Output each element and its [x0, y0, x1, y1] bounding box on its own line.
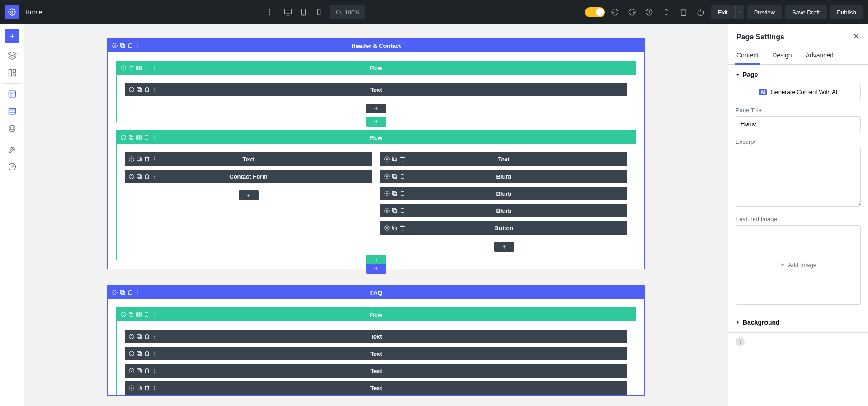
mod-more[interactable]: [407, 225, 413, 231]
arrows-button[interactable]: [659, 5, 674, 19]
accordion-header-background[interactable]: Background: [728, 312, 868, 332]
mod-settings[interactable]: [384, 190, 390, 197]
mod-settings[interactable]: [128, 173, 135, 179]
mod-settings[interactable]: [384, 156, 390, 162]
add-module[interactable]: [366, 104, 386, 113]
mod-delete[interactable]: [144, 156, 150, 162]
mod-delete[interactable]: [144, 368, 150, 374]
mod-more[interactable]: [151, 368, 158, 374]
exit-dropdown[interactable]: [735, 5, 744, 19]
tab-design[interactable]: Design: [770, 47, 794, 64]
row[interactable]: Row Text Contact Form Text: [116, 130, 636, 260]
section-faq[interactable]: FAQ Row: [107, 285, 645, 396]
theme-toggle[interactable]: [585, 7, 605, 17]
add-module[interactable]: [239, 190, 259, 200]
section-more[interactable]: [135, 289, 141, 296]
row-duplicate[interactable]: [128, 65, 134, 71]
mod-settings[interactable]: [128, 368, 135, 374]
page-title-input[interactable]: [736, 116, 861, 131]
close-panel-button[interactable]: [853, 33, 860, 42]
mod-delete[interactable]: [144, 350, 150, 357]
add-image-button[interactable]: Add Image: [736, 225, 861, 305]
tools-button[interactable]: [2, 141, 22, 158]
mod-more[interactable]: [151, 333, 158, 340]
row-settings[interactable]: [120, 65, 127, 71]
mod-delete[interactable]: [144, 173, 150, 179]
tablet-view-button[interactable]: [296, 5, 311, 19]
mod-settings[interactable]: [384, 208, 390, 214]
module-contact-form[interactable]: Contact Form: [125, 170, 372, 183]
module-text[interactable]: Text: [125, 152, 372, 166]
row-columns[interactable]: [136, 134, 142, 141]
history-button[interactable]: [642, 5, 656, 19]
section-duplicate[interactable]: [119, 289, 126, 296]
row-duplicate[interactable]: [128, 312, 134, 318]
mod-delete[interactable]: [144, 385, 150, 391]
module-text[interactable]: Text: [125, 347, 627, 360]
add-row[interactable]: [366, 117, 386, 127]
row-more[interactable]: [151, 312, 157, 318]
module-blurb[interactable]: Blurb: [380, 187, 627, 200]
section-more[interactable]: [135, 42, 141, 49]
power-button[interactable]: [693, 5, 708, 19]
section-delete[interactable]: [127, 289, 133, 296]
mod-more[interactable]: [407, 190, 413, 197]
row-more[interactable]: [151, 65, 157, 71]
accordion-header-page[interactable]: Page: [728, 65, 868, 85]
grid-button[interactable]: [2, 120, 22, 137]
mod-delete[interactable]: [399, 225, 406, 231]
preview-button[interactable]: Preview: [747, 5, 782, 19]
zoom-control[interactable]: 100%: [330, 5, 365, 19]
section-settings[interactable]: [112, 289, 118, 296]
mod-delete[interactable]: [399, 208, 406, 214]
mod-settings[interactable]: [128, 385, 135, 391]
section-header-contact[interactable]: Header & Contact: [107, 38, 645, 269]
center-more-button[interactable]: [262, 5, 277, 19]
mod-settings[interactable]: [128, 86, 135, 93]
mod-duplicate[interactable]: [136, 86, 142, 93]
undo-button[interactable]: [608, 5, 622, 19]
excerpt-input[interactable]: [736, 148, 861, 207]
mod-duplicate[interactable]: [136, 368, 142, 374]
row-columns[interactable]: [136, 312, 142, 318]
mod-delete[interactable]: [399, 156, 406, 162]
row-delete[interactable]: [143, 134, 150, 141]
mod-duplicate[interactable]: [392, 156, 398, 162]
save-draft-button[interactable]: Save Draft: [785, 5, 827, 19]
mod-duplicate[interactable]: [136, 350, 142, 357]
row-columns[interactable]: [136, 65, 142, 71]
mod-delete[interactable]: [399, 190, 406, 197]
mod-duplicate[interactable]: [392, 190, 398, 197]
row-duplicate[interactable]: [128, 134, 134, 141]
mod-duplicate[interactable]: [136, 333, 142, 340]
mod-delete[interactable]: [399, 173, 406, 179]
add-button[interactable]: [5, 29, 19, 43]
mod-settings[interactable]: [128, 350, 135, 357]
section-settings[interactable]: [112, 42, 118, 49]
mod-more[interactable]: [407, 156, 413, 162]
panels-button[interactable]: [2, 64, 22, 81]
row-more[interactable]: [151, 134, 157, 141]
generate-ai-button[interactable]: AI Generate Content With AI: [736, 85, 861, 99]
module-text[interactable]: Text: [125, 364, 627, 378]
row-delete[interactable]: [143, 65, 150, 71]
mod-more[interactable]: [407, 208, 413, 214]
desktop-view-button[interactable]: [280, 5, 296, 19]
module-text[interactable]: Text: [125, 381, 627, 395]
mod-more[interactable]: [151, 173, 158, 179]
mod-duplicate[interactable]: [392, 225, 398, 231]
row-settings[interactable]: [120, 134, 127, 141]
module-text[interactable]: Text: [125, 330, 627, 343]
publish-button[interactable]: Publish: [830, 5, 863, 19]
mobile-view-button[interactable]: [311, 5, 326, 19]
add-module[interactable]: [494, 242, 514, 252]
mod-settings[interactable]: [128, 156, 135, 162]
mod-more[interactable]: [151, 350, 158, 357]
mod-duplicate[interactable]: [136, 385, 142, 391]
module-text[interactable]: Text: [380, 152, 627, 166]
mod-duplicate[interactable]: [392, 208, 398, 214]
mod-duplicate[interactable]: [392, 173, 398, 179]
tab-advanced[interactable]: Advanced: [804, 47, 835, 64]
mod-more[interactable]: [151, 385, 158, 391]
mod-more[interactable]: [151, 86, 158, 93]
